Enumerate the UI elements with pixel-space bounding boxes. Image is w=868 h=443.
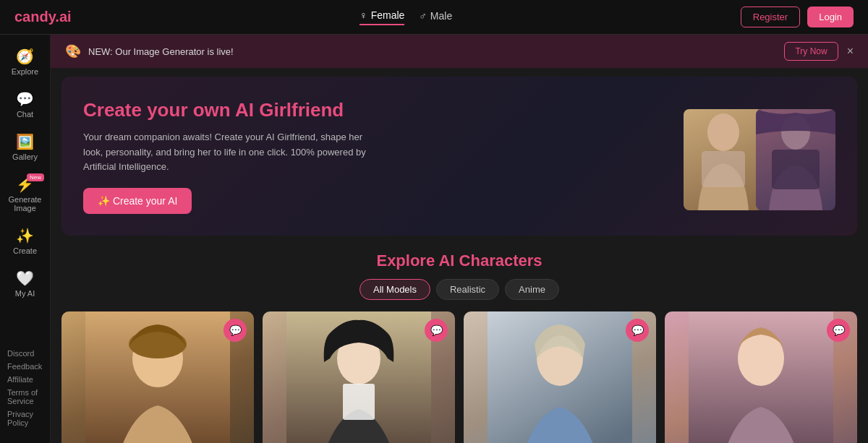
explore-section: Explore AI Characters All Models Realist… [51, 244, 868, 443]
hero-section: Create your own AI Girlfriend Your dream… [61, 77, 857, 236]
hero-image-2 [756, 109, 835, 210]
logo[interactable]: candy.ai [14, 9, 72, 25]
banner-close-button[interactable]: × [847, 45, 854, 58]
top-navigation: candy.ai ♀ Female ♂ Male Register Login [0, 0, 868, 35]
sidebar-generate-label: GenerateImage [9, 195, 42, 212]
hero-person-1-shape [684, 109, 763, 210]
sidebar-bottom-links: Discord Feedback Affiliate Terms of Serv… [0, 348, 50, 436]
main-content: 🎨 NEW: Our Image Generator is live! Try … [51, 35, 868, 443]
filter-realistic[interactable]: Realistic [436, 279, 499, 300]
logo-text: candy [14, 9, 55, 25]
sidebar-item-myai[interactable]: 🤍 My AI [0, 264, 50, 304]
hero-description: Your dream companion awaits! Create your… [83, 130, 373, 175]
logo-accent: .ai [55, 9, 71, 25]
sidebar-item-chat[interactable]: 💬 Chat [0, 85, 50, 124]
rebecca-chat-button[interactable]: 💬 [626, 319, 649, 342]
login-button[interactable]: Login [807, 7, 854, 27]
char-img-rebecca: 💬 [464, 311, 656, 443]
register-button[interactable]: Register [741, 7, 800, 27]
filter-anime[interactable]: Anime [505, 279, 559, 300]
feedback-link[interactable]: Feedback [7, 361, 42, 372]
explore-title-prefix: Explore [376, 251, 435, 270]
discord-link[interactable]: Discord [7, 348, 34, 359]
gender-male-label: Male [430, 10, 452, 22]
explore-icon: 🧭 [16, 48, 34, 65]
privacy-link[interactable]: Privacy Policy [7, 408, 43, 429]
affiliate-link[interactable]: Affiliate [7, 374, 33, 385]
char-card-rebecca[interactable]: 💬 Rebecca 51 years Active Yoga and fitne… [464, 311, 656, 443]
explore-title-suffix-text: AI Characters [438, 251, 542, 270]
char-card-asuna[interactable]: 💬 Asuna 18 years Japanese waitress, mang… [263, 311, 455, 443]
char-img-alexis: 💬 [61, 311, 254, 443]
hero-person-1-svg [684, 109, 763, 210]
hero-text-block: Create your own AI Girlfriend Your dream… [83, 98, 373, 214]
banner-emoji: 🎨 [65, 43, 81, 59]
zoey-chat-button[interactable]: 💬 [827, 319, 850, 342]
asuna-chat-button[interactable]: 💬 [425, 319, 448, 342]
sidebar-nav-items: 🧭 Explore 💬 Chat 🖼️ Gallery New ⚡ Genera… [0, 42, 50, 304]
hero-person-2-shape [756, 109, 835, 210]
terms-link[interactable]: Terms of Service [7, 387, 43, 407]
sidebar: 🧭 Explore 💬 Chat 🖼️ Gallery New ⚡ Genera… [0, 35, 51, 443]
male-icon: ♂ [419, 10, 427, 22]
gender-male[interactable]: ♂ Male [419, 10, 452, 25]
hero-person-2-svg [756, 109, 835, 210]
explore-title: Explore AI Characters [61, 251, 857, 270]
sidebar-create-label: Create [13, 246, 37, 255]
characters-grid: 💬 Alexis 25 years Digital muse and trend… [61, 311, 857, 443]
svg-rect-3 [772, 150, 820, 189]
banner-actions: Try Now × [784, 42, 854, 61]
sidebar-item-explore[interactable]: 🧭 Explore [0, 42, 50, 82]
sidebar-gallery-label: Gallery [12, 152, 38, 161]
gender-female[interactable]: ♀ Female [359, 9, 404, 25]
new-badge: New [27, 173, 44, 181]
sidebar-item-generate[interactable]: New ⚡ GenerateImage [0, 170, 50, 218]
sidebar-explore-label: Explore [12, 67, 38, 76]
hero-heading: Create your own AI Girlfriend [83, 98, 373, 123]
try-now-button[interactable]: Try Now [784, 42, 838, 61]
filter-tabs: All Models Realistic Anime [61, 279, 857, 300]
sidebar-chat-label: Chat [17, 110, 33, 119]
char-card-alexis[interactable]: 💬 Alexis 25 years Digital muse and trend… [61, 311, 254, 443]
sidebar-myai-label: My AI [15, 289, 35, 298]
banner-text: NEW: Our Image Generator is live! [88, 46, 234, 57]
svg-rect-1 [702, 151, 745, 187]
create-ai-button[interactable]: ✨ Create your AI [83, 188, 192, 214]
alexis-chat-button[interactable]: 💬 [224, 319, 247, 342]
hero-images [676, 102, 835, 210]
sidebar-item-gallery[interactable]: 🖼️ Gallery [0, 127, 50, 167]
svg-point-0 [707, 113, 739, 151]
char-img-asuna: 💬 [263, 311, 455, 443]
myai-icon: 🤍 [16, 270, 34, 287]
char-card-zoey[interactable]: 💬 Zoey 21 years Trendy student and baris… [665, 311, 857, 443]
sidebar-item-create[interactable]: ✨ Create [0, 221, 50, 261]
gallery-icon: 🖼️ [16, 133, 34, 150]
svg-rect-9 [343, 384, 375, 420]
hero-image-1 [684, 109, 763, 210]
char-img-zoey: 💬 [665, 311, 857, 443]
hero-heading-accent: AI Girlfriend [235, 99, 344, 121]
female-icon: ♀ [359, 9, 367, 21]
hero-heading-prefix: Create your own [83, 99, 231, 121]
create-icon: ✨ [16, 227, 34, 244]
body-layout: 🧭 Explore 💬 Chat 🖼️ Gallery New ⚡ Genera… [0, 35, 868, 443]
filter-all-models[interactable]: All Models [359, 279, 430, 300]
nav-auth-buttons: Register Login [741, 7, 854, 27]
gender-selector: ♀ Female ♂ Male [359, 9, 452, 25]
banner-text-group: 🎨 NEW: Our Image Generator is live! [65, 43, 234, 59]
gender-female-label: Female [371, 9, 405, 21]
chat-icon: 💬 [16, 90, 34, 108]
announcement-banner: 🎨 NEW: Our Image Generator is live! Try … [51, 35, 868, 68]
